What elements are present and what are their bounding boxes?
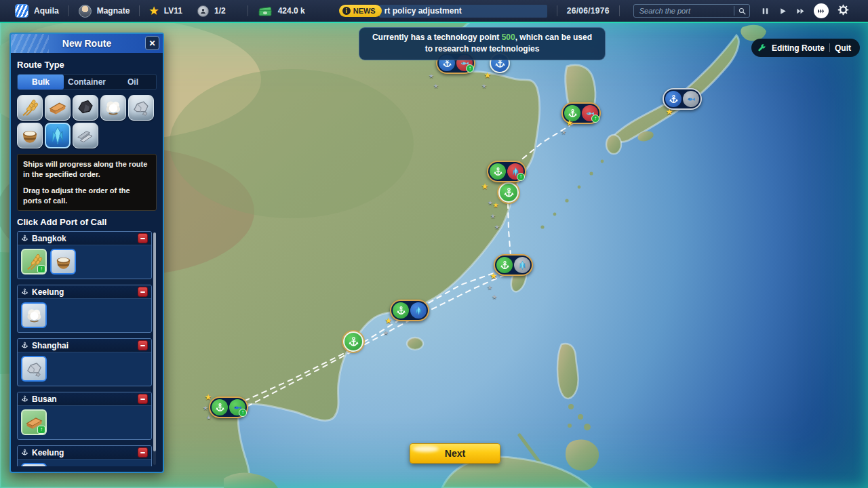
port-marker-pill[interactable] [390,300,429,321]
port-search-box[interactable] [633,4,750,18]
star-decoration: ★ [490,213,496,220]
port-name: Keelung [32,287,64,297]
time-controls [761,3,849,18]
anchor-icon [21,342,28,349]
wheat-icon [20,98,40,118]
anchor-port-icon [665,91,682,107]
play-button[interactable] [778,7,787,16]
star-decoration: ★ [490,271,498,281]
crystal-resource-icon: ↑ [507,163,524,180]
port-of-call-list: Bangkok ↑ Keelung [17,231,157,466]
star-decoration: ★ [484,70,492,80]
port-card-header[interactable]: Keelung [18,285,151,299]
money-amount: 424.0 k [278,6,305,16]
anchor-port-icon [212,399,228,415]
commodity-lumber[interactable] [45,95,71,121]
commodity-crystal[interactable] [45,123,71,148]
crystal-icon [47,125,68,146]
cotton-icon [103,98,123,118]
player-avatar[interactable] [79,5,92,18]
wrench-icon [757,43,767,53]
load-badge: ↑ [37,265,45,273]
port-name: Busan [32,394,57,404]
commodity-iron-ore[interactable] [128,95,154,121]
remove-port-button[interactable] [138,394,148,404]
tab-container[interactable]: Container [64,75,110,89]
anchor-icon [21,288,28,296]
port-card-shanghai: Shanghai [17,338,152,386]
editing-route-pill[interactable]: Editing Route Quit [751,39,860,57]
cargo-slot-iron-ore[interactable] [21,356,47,382]
help-line-2: Drag to adjust the order of the ports of… [23,186,151,206]
next-button[interactable]: Next [410,443,500,464]
remove-port-button[interactable] [138,340,148,350]
max-speed-button[interactable] [814,3,829,18]
panel-title: New Route [62,38,111,49]
commodity-wheat[interactable] [17,95,43,121]
port-name: Bangkok [32,234,66,243]
port-marker-pill[interactable]: ↑ [487,161,526,182]
commodity-rice[interactable] [17,123,43,148]
cargo-slot-rice[interactable] [50,249,76,274]
cargo-slot-wheat[interactable]: ↑ [21,249,47,274]
star-decoration: ★ [385,316,393,325]
growth-badge: ↑ [466,64,474,73]
anchor-icon [21,395,28,403]
scrollbar-thumb[interactable] [153,232,156,451]
close-button[interactable]: ✕ [145,36,159,50]
news-ticker[interactable]: i NEWS rt policy adjustment [339,5,547,18]
player-level: LV11 [164,6,182,16]
star-decoration: ★ [205,392,212,402]
commodity-cotton[interactable] [100,95,126,121]
commodity-steel[interactable] [73,123,98,148]
port-name: Keelung [32,448,64,458]
port-card-bangkok: Bangkok ↑ [17,231,152,279]
add-port-of-call-button[interactable]: Click Add Port of Call [17,217,157,227]
help-line-1: Ships will progress along the route in t… [23,159,151,180]
star-decoration: ★ [487,284,492,291]
port-marker-anchor[interactable] [343,331,363,352]
quit-button[interactable]: Quit [835,43,851,53]
port-cargo-row [18,299,151,332]
route-help-text: Ships will progress along the route in t… [17,154,157,211]
coal-icon [75,98,96,118]
company-logo-icon[interactable] [15,4,28,18]
manager-icon [197,5,209,17]
port-marker-pill[interactable] [494,254,533,276]
cargo-slot-cotton[interactable] [21,302,47,328]
pause-button[interactable] [761,7,770,16]
remove-port-button[interactable] [138,287,148,297]
tab-bulk[interactable]: Bulk [18,75,64,89]
port-marker-pill[interactable]: ↑ [209,396,248,418]
top-hud-bar: Aquila Magnate ★ LV11 1/2 424.0 k i NEWS… [0,0,868,22]
search-input[interactable] [639,7,730,15]
anchor-port-icon [496,257,513,273]
port-card-header[interactable]: Keelung [18,446,151,460]
star-decoration: ★ [494,224,500,230]
search-icon[interactable] [738,7,747,16]
game-date: 26/06/1976 [567,6,610,16]
tab-oil[interactable]: Oil [110,75,156,89]
cargo-slot-lumber[interactable]: ↑ [21,409,47,435]
port-marker-anchor[interactable] [498,182,519,203]
technology-tooltip: Currently has a technology point 500, wh… [359,27,606,60]
settings-gear-icon[interactable] [837,4,849,18]
news-headline: rt policy adjustment [379,5,547,18]
growth-badge: ↑ [239,409,247,417]
star-decoration: ★ [481,83,487,89]
port-card-header[interactable]: Bangkok [18,232,151,245]
port-name: Shanghai [32,341,68,350]
route-type-tabs: Bulk Container Oil [17,74,157,90]
cargo-slot-cotton[interactable] [21,463,47,466]
editing-route-label: Editing Route [772,43,825,53]
port-card-header[interactable]: Shanghai [18,339,151,352]
port-card-keelung: Keelung [17,285,152,333]
lumber-icon [47,98,68,118]
commodity-coal[interactable] [73,95,98,121]
fast-forward-button[interactable] [796,7,805,16]
remove-port-button[interactable] [138,233,148,243]
iron-ore-icon [24,359,44,379]
star-decoration: ★ [566,118,574,127]
port-card-header[interactable]: Busan [18,392,151,406]
remove-port-button[interactable] [138,447,148,458]
